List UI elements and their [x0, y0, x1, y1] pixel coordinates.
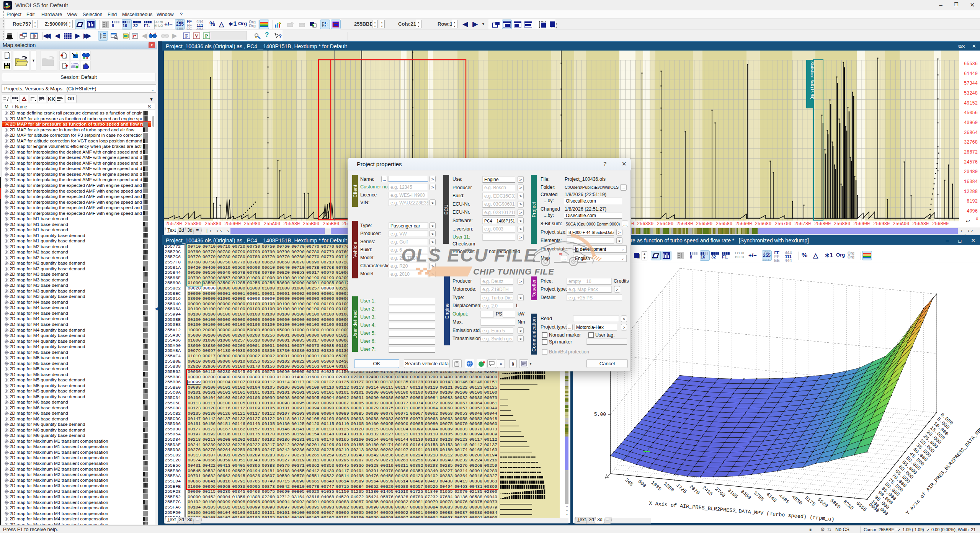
svg-text:2070: 2070	[688, 484, 701, 496]
svg-text:2760: 2760	[714, 486, 726, 499]
svg-text:1380: 1380	[662, 481, 675, 493]
svg-text:1725: 1725	[675, 482, 688, 495]
svg-text:345: 345	[624, 477, 634, 487]
svg-text:3795: 3795	[752, 490, 765, 502]
svg-text:Statistical: 5x6 (16 Bit): Statistical: 5x6 (16 Bit)	[810, 61, 814, 99]
svg-text:4830: 4830	[791, 494, 803, 506]
svg-text:5865: 5865	[829, 498, 841, 510]
svg-text:5175: 5175	[804, 495, 816, 507]
svg-text:3105: 3105	[726, 487, 739, 500]
svg-text:5.00: 5.00	[594, 412, 606, 417]
svg-text:6555: 6555	[855, 500, 867, 513]
svg-text:5520: 5520	[816, 497, 829, 509]
svg-text:1035: 1035	[650, 480, 662, 492]
svg-text:4140: 4140	[765, 491, 777, 504]
svg-text:4485: 4485	[777, 493, 790, 505]
svg-text:6210: 6210	[842, 499, 854, 511]
svg-text:X Axis of AIR_PRES_BLR2PRES2_D: X Axis of AIR_PRES_BLR2PRES2_DATA_MPV (T…	[649, 500, 835, 522]
svg-text:690: 690	[637, 479, 647, 489]
svg-text:2415: 2415	[701, 485, 714, 497]
svg-text:3450: 3450	[739, 489, 752, 501]
